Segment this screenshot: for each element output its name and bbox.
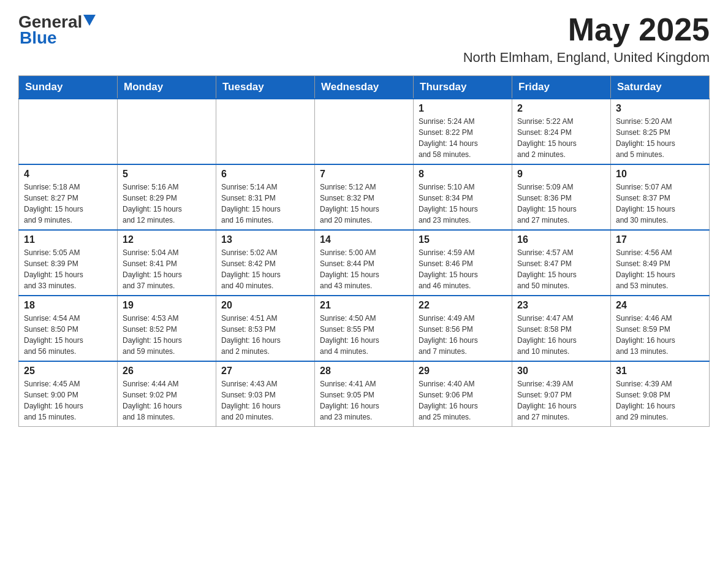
day-number: 19 — [123, 300, 211, 311]
logo: General Blue — [18, 12, 96, 48]
calendar-cell: 30Sunrise: 4:39 AMSunset: 9:07 PMDayligh… — [512, 361, 611, 427]
day-header-tuesday: Tuesday — [216, 76, 315, 99]
day-number: 20 — [221, 300, 309, 311]
day-info: Sunrise: 5:18 AMSunset: 8:27 PMDaylight:… — [24, 182, 112, 226]
day-info: Sunrise: 4:59 AMSunset: 8:46 PMDaylight:… — [419, 247, 507, 291]
week-row-5: 25Sunrise: 4:45 AMSunset: 9:00 PMDayligh… — [19, 361, 710, 427]
day-number: 3 — [616, 103, 704, 114]
calendar-cell: 29Sunrise: 4:40 AMSunset: 9:06 PMDayligh… — [414, 361, 512, 427]
day-number: 27 — [221, 366, 309, 377]
calendar-cell — [315, 99, 414, 164]
location-title: North Elmham, England, United Kingdom — [463, 50, 710, 66]
calendar-cell: 5Sunrise: 5:16 AMSunset: 8:29 PMDaylight… — [118, 164, 216, 230]
day-info: Sunrise: 4:43 AMSunset: 9:03 PMDaylight:… — [221, 378, 309, 423]
day-number: 22 — [419, 300, 507, 311]
day-number: 2 — [517, 103, 605, 114]
day-info: Sunrise: 4:57 AMSunset: 8:47 PMDaylight:… — [517, 247, 605, 291]
week-row-4: 18Sunrise: 4:54 AMSunset: 8:50 PMDayligh… — [19, 296, 710, 361]
day-number: 21 — [320, 300, 408, 311]
day-number: 12 — [123, 234, 211, 245]
calendar-cell — [19, 99, 118, 164]
day-info: Sunrise: 5:04 AMSunset: 8:41 PMDaylight:… — [123, 247, 211, 291]
calendar-cell: 2Sunrise: 5:22 AMSunset: 8:24 PMDaylight… — [512, 99, 611, 164]
calendar-table: SundayMondayTuesdayWednesdayThursdayFrid… — [18, 75, 710, 427]
day-info: Sunrise: 4:46 AMSunset: 8:59 PMDaylight:… — [616, 313, 704, 357]
day-number: 14 — [320, 234, 408, 245]
calendar-cell: 4Sunrise: 5:18 AMSunset: 8:27 PMDaylight… — [19, 164, 118, 230]
day-info: Sunrise: 5:20 AMSunset: 8:25 PMDaylight:… — [616, 116, 704, 160]
calendar-cell: 12Sunrise: 5:04 AMSunset: 8:41 PMDayligh… — [118, 230, 216, 296]
day-info: Sunrise: 5:12 AMSunset: 8:32 PMDaylight:… — [320, 182, 408, 226]
calendar-cell: 13Sunrise: 5:02 AMSunset: 8:42 PMDayligh… — [216, 230, 315, 296]
day-number: 13 — [221, 234, 309, 245]
day-info: Sunrise: 4:47 AMSunset: 8:58 PMDaylight:… — [517, 313, 605, 357]
calendar-cell: 27Sunrise: 4:43 AMSunset: 9:03 PMDayligh… — [216, 361, 315, 427]
calendar-cell: 22Sunrise: 4:49 AMSunset: 8:56 PMDayligh… — [414, 296, 512, 361]
week-row-3: 11Sunrise: 5:05 AMSunset: 8:39 PMDayligh… — [19, 230, 710, 296]
day-info: Sunrise: 5:16 AMSunset: 8:29 PMDaylight:… — [123, 182, 211, 226]
day-info: Sunrise: 4:41 AMSunset: 9:05 PMDaylight:… — [320, 378, 408, 423]
day-info: Sunrise: 4:40 AMSunset: 9:06 PMDaylight:… — [419, 378, 507, 423]
day-number: 24 — [616, 300, 704, 311]
day-info: Sunrise: 5:24 AMSunset: 8:22 PMDaylight:… — [419, 116, 507, 160]
day-info: Sunrise: 4:39 AMSunset: 9:07 PMDaylight:… — [517, 378, 605, 423]
day-header-saturday: Saturday — [611, 76, 710, 99]
calendar-cell: 28Sunrise: 4:41 AMSunset: 9:05 PMDayligh… — [315, 361, 414, 427]
day-number: 7 — [320, 169, 408, 180]
day-info: Sunrise: 4:56 AMSunset: 8:49 PMDaylight:… — [616, 247, 704, 291]
day-info: Sunrise: 5:07 AMSunset: 8:37 PMDaylight:… — [616, 182, 704, 226]
calendar-cell: 31Sunrise: 4:39 AMSunset: 9:08 PMDayligh… — [611, 361, 710, 427]
day-header-wednesday: Wednesday — [315, 76, 414, 99]
day-header-monday: Monday — [118, 76, 216, 99]
day-info: Sunrise: 4:39 AMSunset: 9:08 PMDaylight:… — [616, 378, 704, 423]
day-number: 29 — [419, 366, 507, 377]
day-number: 26 — [123, 366, 211, 377]
day-number: 10 — [616, 169, 704, 180]
day-number: 15 — [419, 234, 507, 245]
calendar-cell: 16Sunrise: 4:57 AMSunset: 8:47 PMDayligh… — [512, 230, 611, 296]
calendar-cell: 20Sunrise: 4:51 AMSunset: 8:53 PMDayligh… — [216, 296, 315, 361]
week-row-1: 1Sunrise: 5:24 AMSunset: 8:22 PMDaylight… — [19, 99, 710, 164]
day-number: 9 — [517, 169, 605, 180]
day-number: 23 — [517, 300, 605, 311]
day-number: 11 — [24, 234, 112, 245]
day-info: Sunrise: 4:44 AMSunset: 9:02 PMDaylight:… — [123, 378, 211, 423]
day-number: 6 — [221, 169, 309, 180]
week-row-2: 4Sunrise: 5:18 AMSunset: 8:27 PMDaylight… — [19, 164, 710, 230]
calendar-cell: 11Sunrise: 5:05 AMSunset: 8:39 PMDayligh… — [19, 230, 118, 296]
calendar-cell — [118, 99, 216, 164]
day-number: 28 — [320, 366, 408, 377]
calendar-cell: 3Sunrise: 5:20 AMSunset: 8:25 PMDaylight… — [611, 99, 710, 164]
day-number: 1 — [419, 103, 507, 114]
logo-triangle-icon — [83, 15, 96, 26]
day-info: Sunrise: 5:05 AMSunset: 8:39 PMDaylight:… — [24, 247, 112, 291]
calendar-cell: 8Sunrise: 5:10 AMSunset: 8:34 PMDaylight… — [414, 164, 512, 230]
day-number: 5 — [123, 169, 211, 180]
calendar-cell: 21Sunrise: 4:50 AMSunset: 8:55 PMDayligh… — [315, 296, 414, 361]
calendar-cell: 7Sunrise: 5:12 AMSunset: 8:32 PMDaylight… — [315, 164, 414, 230]
day-info: Sunrise: 5:02 AMSunset: 8:42 PMDaylight:… — [221, 247, 309, 291]
calendar-cell: 23Sunrise: 4:47 AMSunset: 8:58 PMDayligh… — [512, 296, 611, 361]
day-info: Sunrise: 4:49 AMSunset: 8:56 PMDaylight:… — [419, 313, 507, 357]
day-number: 8 — [419, 169, 507, 180]
title-area: May 2025 North Elmham, England, United K… — [463, 12, 710, 66]
day-info: Sunrise: 4:54 AMSunset: 8:50 PMDaylight:… — [24, 313, 112, 357]
calendar-cell: 18Sunrise: 4:54 AMSunset: 8:50 PMDayligh… — [19, 296, 118, 361]
calendar-cell: 24Sunrise: 4:46 AMSunset: 8:59 PMDayligh… — [611, 296, 710, 361]
day-number: 18 — [24, 300, 112, 311]
day-info: Sunrise: 5:00 AMSunset: 8:44 PMDaylight:… — [320, 247, 408, 291]
month-title: May 2025 — [463, 12, 710, 47]
day-number: 31 — [616, 366, 704, 377]
day-header-thursday: Thursday — [414, 76, 512, 99]
day-info: Sunrise: 5:10 AMSunset: 8:34 PMDaylight:… — [419, 182, 507, 226]
day-info: Sunrise: 4:53 AMSunset: 8:52 PMDaylight:… — [123, 313, 211, 357]
calendar-cell: 17Sunrise: 4:56 AMSunset: 8:49 PMDayligh… — [611, 230, 710, 296]
calendar-cell: 25Sunrise: 4:45 AMSunset: 9:00 PMDayligh… — [19, 361, 118, 427]
calendar-cell: 1Sunrise: 5:24 AMSunset: 8:22 PMDaylight… — [414, 99, 512, 164]
day-info: Sunrise: 5:14 AMSunset: 8:31 PMDaylight:… — [221, 182, 309, 226]
calendar-cell: 26Sunrise: 4:44 AMSunset: 9:02 PMDayligh… — [118, 361, 216, 427]
day-number: 17 — [616, 234, 704, 245]
day-info: Sunrise: 5:09 AMSunset: 8:36 PMDaylight:… — [517, 182, 605, 226]
day-header-sunday: Sunday — [19, 76, 118, 99]
calendar-cell: 6Sunrise: 5:14 AMSunset: 8:31 PMDaylight… — [216, 164, 315, 230]
